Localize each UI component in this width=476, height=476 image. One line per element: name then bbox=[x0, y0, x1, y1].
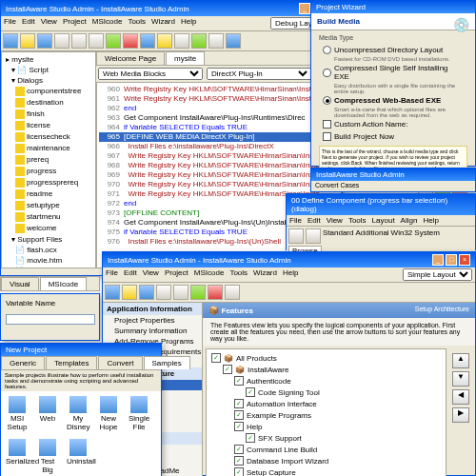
menu-msicode[interactable]: MSIcode bbox=[194, 268, 225, 281]
menu-file[interactable]: File bbox=[4, 17, 16, 30]
radio-single-exe[interactable]: Compressed Single Self Installing EXE bbox=[319, 62, 467, 83]
feat-item[interactable]: ✓Setup Capture bbox=[209, 466, 443, 476]
tool-icon[interactable] bbox=[288, 228, 304, 244]
np-tab[interactable]: Generic bbox=[1, 356, 45, 369]
comp-tab[interactable]: System bbox=[414, 228, 440, 244]
tree-dialogs[interactable]: ▾ Dialogs bbox=[4, 75, 93, 86]
menu-tools[interactable]: Tools bbox=[229, 268, 248, 281]
help-icon[interactable] bbox=[226, 33, 241, 49]
project-tree[interactable]: ▸ mysite ▾ 📄 Script ▾ Dialogs components… bbox=[1, 51, 96, 268]
np-icon[interactable]: Uninstall bbox=[67, 439, 89, 474]
main-titlebar[interactable]: InstallAware Studio Admin - InstallAware… bbox=[1, 1, 342, 16]
menu-msicode[interactable]: MSIcode bbox=[92, 17, 123, 30]
blocks-selector[interactable]: Web Media Blocks bbox=[98, 68, 203, 80]
tree-item[interactable]: startmenu bbox=[4, 211, 93, 223]
tree-item[interactable]: componentstree bbox=[4, 86, 93, 97]
tool-icon[interactable] bbox=[208, 285, 223, 300]
side-section[interactable]: Application Information bbox=[103, 303, 202, 315]
tree-item[interactable]: progress bbox=[4, 166, 93, 177]
np-tab-active[interactable]: Samples bbox=[144, 356, 190, 369]
tool-icon[interactable] bbox=[190, 285, 206, 300]
tool-icon[interactable] bbox=[156, 285, 171, 300]
tree-root[interactable]: ▸ mysite bbox=[4, 54, 93, 65]
side-item[interactable]: Project Properties bbox=[103, 315, 202, 326]
tree-item[interactable]: welcome bbox=[4, 223, 93, 234]
comp-menu-align[interactable]: Align bbox=[401, 216, 418, 225]
features-tree[interactable]: ✓📦 All Products ✓📦 InstallAware ✓Authent… bbox=[206, 348, 446, 476]
tool-icon[interactable] bbox=[208, 33, 224, 49]
tab-msicode[interactable]: MSIcode bbox=[40, 277, 88, 290]
menu-help[interactable]: Help bbox=[283, 268, 298, 281]
move-right-button[interactable]: ▶ bbox=[452, 407, 469, 423]
tree-item[interactable]: finish bbox=[4, 109, 93, 120]
menu-wizard[interactable]: Wizard bbox=[253, 268, 277, 281]
paste-icon[interactable] bbox=[89, 33, 104, 49]
tree-item[interactable]: 📄 movie.htm bbox=[4, 255, 93, 266]
np-icon[interactable]: New Hope bbox=[97, 396, 120, 431]
np-tab[interactable]: Templates bbox=[46, 356, 97, 369]
maximize-button[interactable]: □ bbox=[446, 254, 457, 266]
copy-icon[interactable] bbox=[71, 33, 87, 49]
menu-view[interactable]: View bbox=[143, 268, 159, 281]
open-icon[interactable] bbox=[20, 33, 35, 49]
tree-script[interactable]: ▾ 📄 Script bbox=[4, 65, 93, 75]
tool-icon[interactable] bbox=[139, 285, 154, 300]
feat-item[interactable]: ✓SFX Support bbox=[209, 432, 443, 444]
comp-tab[interactable]: Win32 bbox=[391, 228, 413, 244]
comp-menu-tools[interactable]: Tools bbox=[348, 216, 367, 225]
comp-menu-view[interactable]: View bbox=[327, 216, 343, 225]
feat-root[interactable]: ✓📦 All Products bbox=[209, 352, 443, 364]
np-tab[interactable]: Convert bbox=[98, 356, 142, 369]
tab-visual[interactable]: Visual bbox=[1, 277, 39, 290]
menu-file[interactable]: File bbox=[106, 268, 118, 281]
tool-icon[interactable] bbox=[306, 228, 321, 244]
step-icon[interactable] bbox=[174, 33, 189, 49]
new-icon[interactable] bbox=[3, 33, 18, 49]
tool-icon[interactable] bbox=[225, 285, 240, 300]
menu-tools[interactable]: Tools bbox=[128, 17, 146, 30]
save-icon[interactable] bbox=[37, 33, 52, 49]
minimize-button[interactable]: _ bbox=[299, 3, 310, 14]
np-icon[interactable]: Web bbox=[36, 396, 59, 431]
comp-menu-edit[interactable]: Edit bbox=[307, 216, 321, 225]
move-left-button[interactable]: ◀ bbox=[452, 389, 469, 405]
comp-menu-help[interactable]: Help bbox=[423, 216, 438, 225]
build-now-row[interactable]: Build Project Now bbox=[319, 130, 467, 143]
close-button[interactable]: × bbox=[459, 254, 470, 266]
tab-project[interactable]: mysite bbox=[166, 51, 205, 65]
minimize-button[interactable]: _ bbox=[432, 254, 444, 266]
menu-project[interactable]: Project bbox=[165, 268, 188, 281]
tree-item[interactable]: destination bbox=[4, 97, 93, 109]
np-icon[interactable]: Test Big bbox=[36, 439, 59, 474]
feat-item[interactable]: ✓Database Import Wizard bbox=[209, 455, 443, 466]
cut-icon[interactable] bbox=[54, 33, 69, 49]
run-icon[interactable] bbox=[106, 33, 121, 49]
tree-item[interactable]: progressprereq bbox=[4, 177, 93, 188]
tab-welcome[interactable]: Welcome Page bbox=[96, 51, 165, 65]
feat-item[interactable]: ✓Code Signing Tool bbox=[209, 387, 443, 398]
np-icon[interactable]: Serialized bbox=[6, 439, 29, 474]
plugin-selector[interactable]: DirectX Plug-In bbox=[207, 68, 311, 80]
layout-selector[interactable]: Simple Layout bbox=[403, 268, 472, 281]
debug-icon[interactable] bbox=[157, 33, 172, 49]
comp-tab[interactable]: Standard bbox=[323, 228, 353, 244]
feat-item[interactable]: ✓Authenticode bbox=[209, 375, 443, 387]
feat-app[interactable]: ✓📦 InstallAware bbox=[209, 364, 443, 375]
feat-item[interactable]: ✓Help bbox=[209, 421, 443, 432]
move-down-button[interactable]: ▼ bbox=[452, 371, 469, 387]
tree-item[interactable]: licensecheck bbox=[4, 131, 93, 143]
comp-menu-file[interactable]: File bbox=[289, 216, 302, 225]
menu-edit[interactable]: Edit bbox=[22, 17, 35, 30]
newproj-titlebar[interactable]: New Project bbox=[1, 344, 161, 356]
stop-icon[interactable] bbox=[123, 33, 138, 49]
tree-item[interactable]: 📄 flash.ocx bbox=[4, 245, 93, 255]
tree-item[interactable]: setuptype bbox=[4, 200, 93, 211]
wizard-titlebar[interactable]: Project Wizard bbox=[311, 1, 475, 13]
radio-uncompressed[interactable]: Uncompressed Directory Layout bbox=[319, 44, 467, 56]
tree-support[interactable]: ▾ Support Files bbox=[4, 234, 93, 245]
np-icon[interactable]: MSI Setup bbox=[6, 396, 29, 431]
tree-item[interactable]: prereq bbox=[4, 154, 93, 166]
go-icon[interactable] bbox=[191, 33, 207, 49]
tree-item[interactable]: maintenance bbox=[4, 143, 93, 154]
tree-item[interactable]: license bbox=[4, 120, 93, 131]
